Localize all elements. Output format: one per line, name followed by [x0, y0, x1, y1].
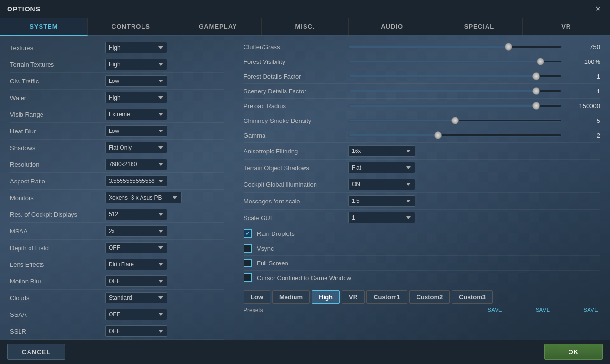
shadows-control: Flat Only — [105, 142, 224, 153]
cockpit-illumination-dropdown[interactable]: ON — [348, 179, 415, 190]
ssaa-dropdown[interactable]: OFF — [105, 309, 167, 320]
scenery-details-slider[interactable] — [348, 86, 562, 96]
tab-vr[interactable]: VR — [523, 18, 610, 35]
slider-clutter-grass: Clutter/Grass 750 — [244, 40, 600, 54]
setting-monitors: Monitors Xoxens_3 x Asus PB — [10, 190, 224, 206]
anisotropic-control: 16x — [348, 145, 600, 157]
ok-button[interactable]: OK — [544, 344, 603, 360]
scale-gui-label: Scale GUI — [244, 214, 348, 222]
preload-radius-label: Preload Radius — [244, 102, 348, 110]
visib-range-dropdown[interactable]: Extreme — [105, 109, 167, 120]
tab-gameplay[interactable]: GAMEPLAY — [174, 18, 262, 35]
fullscreen-checkbox[interactable] — [244, 259, 252, 267]
terrain-textures-control: High — [105, 59, 224, 70]
civ-traffic-dropdown[interactable]: Low — [105, 75, 167, 87]
tab-special[interactable]: SPECIAL — [436, 18, 523, 35]
setting-water: Water High — [10, 90, 224, 106]
rain-droplets-checkbox[interactable] — [244, 229, 252, 238]
terrain-textures-dropdown[interactable]: High — [105, 59, 167, 70]
setting-aspect-ratio: Aspect Ratio 3.5555555555556 — [10, 173, 224, 190]
tab-misc[interactable]: MISC. — [262, 18, 349, 35]
setting-msaa: MSAA 2x — [10, 223, 224, 240]
motion-blur-dropdown[interactable]: OFF — [105, 275, 167, 287]
cancel-button[interactable]: CANCEL — [7, 344, 65, 360]
preset-vr-button[interactable]: VR — [342, 290, 365, 304]
aspect-ratio-dropdown[interactable]: 3.5555555555556 — [105, 175, 167, 187]
msaa-dropdown[interactable]: 2x — [105, 225, 167, 237]
dp-cockpit-illumination: Cockpit Global Illumination ON — [244, 176, 600, 193]
save-custom1[interactable]: SAVE — [488, 307, 502, 313]
sslr-dropdown[interactable]: OFF — [105, 325, 167, 337]
bottom-bar: CANCEL OK — [0, 340, 610, 364]
forest-visibility-slider[interactable] — [348, 57, 562, 66]
dof-dropdown[interactable]: OFF — [105, 242, 167, 253]
chimney-smoke-slider[interactable] — [348, 116, 562, 125]
fullscreen-label: Full Screen — [257, 260, 288, 267]
water-label: Water — [10, 94, 105, 101]
slider-gamma: Gamma 2 — [244, 128, 600, 143]
terrain-obj-shadows-control: Flat — [348, 162, 600, 173]
preset-medium-button[interactable]: Medium — [272, 290, 310, 304]
preset-custom2-button[interactable]: Custom2 — [409, 290, 450, 304]
presets-buttons: Low Medium High VR Custom1 Custom2 Custo… — [244, 290, 600, 304]
anisotropic-dropdown[interactable]: 16x — [348, 145, 415, 157]
tab-controls[interactable]: CONTROLS — [88, 18, 175, 35]
setting-ssaa: SSAA OFF — [10, 306, 224, 323]
right-panel: Clutter/Grass 750 Forest Visibility — [234, 36, 610, 340]
messages-font-control: 1.5 — [348, 195, 600, 207]
clouds-dropdown[interactable]: Standard — [105, 292, 167, 303]
save-custom3[interactable]: SAVE — [583, 307, 598, 313]
close-button[interactable]: ✕ — [593, 4, 603, 14]
vsync-checkbox[interactable] — [244, 244, 252, 253]
setting-visib-range: Visib Range Extreme — [10, 106, 224, 123]
sslr-label: SSLR — [10, 328, 105, 335]
motion-blur-label: Motion Blur — [10, 278, 105, 285]
resolution-dropdown[interactable]: 7680x2160 — [105, 159, 167, 170]
setting-civ-traffic: Civ. Traffic Low — [10, 73, 224, 90]
heat-blur-label: Heat Blur — [10, 128, 105, 135]
cursor-confined-label: Cursor Confined to Game Window — [257, 274, 351, 282]
shadows-dropdown[interactable]: Flat Only — [105, 142, 167, 153]
clutter-grass-slider[interactable] — [348, 42, 562, 51]
gamma-value: 2 — [562, 132, 600, 139]
cb-fullscreen: Full Screen — [244, 256, 600, 271]
heat-blur-control: Low — [105, 125, 224, 137]
lens-effects-dropdown[interactable]: Dirt+Flare — [105, 259, 167, 270]
tab-system[interactable]: SYSTEM — [0, 18, 88, 36]
clouds-control: Standard — [105, 292, 224, 303]
gamma-label: Gamma — [244, 132, 348, 139]
setting-textures: Textures High — [10, 40, 224, 56]
heat-blur-dropdown[interactable]: Low — [105, 125, 167, 137]
messages-font-dropdown[interactable]: 1.5 — [348, 195, 415, 207]
preset-high-button[interactable]: High — [312, 290, 340, 304]
forest-details-slider[interactable] — [348, 71, 562, 81]
resolution-control: 7680x2160 — [105, 159, 224, 170]
gamma-slider[interactable] — [348, 131, 562, 140]
presets-label: Presets — [244, 307, 263, 313]
cockpit-illumination-control: ON — [348, 179, 600, 190]
msaa-control: 2x — [105, 225, 224, 237]
preset-custom3-button[interactable]: Custom3 — [452, 290, 493, 304]
preset-custom1-button[interactable]: Custom1 — [366, 290, 407, 304]
setting-motion-blur: Motion Blur OFF — [10, 273, 224, 290]
chimney-smoke-value: 5 — [562, 117, 600, 124]
dp-scale-gui: Scale GUI 1 — [244, 210, 600, 226]
water-dropdown[interactable]: High — [105, 92, 167, 103]
forest-details-label: Forest Details Factor — [244, 73, 348, 80]
terrain-obj-shadows-dropdown[interactable]: Flat — [348, 162, 415, 173]
scale-gui-dropdown[interactable]: 1 — [348, 212, 415, 223]
preset-low-button[interactable]: Low — [244, 290, 270, 304]
preload-radius-slider[interactable] — [348, 101, 562, 111]
civ-traffic-label: Civ. Traffic — [10, 78, 105, 85]
ssaa-label: SSAA — [10, 311, 105, 318]
aspect-ratio-control: 3.5555555555556 — [105, 175, 224, 187]
dof-control: OFF — [105, 242, 224, 253]
cb-rain-droplets: Rain Droplets — [244, 226, 600, 241]
cursor-confined-checkbox[interactable] — [244, 273, 252, 282]
monitors-dropdown[interactable]: Xoxens_3 x Asus PB — [105, 192, 182, 203]
textures-dropdown[interactable]: High — [105, 42, 167, 53]
tab-audio[interactable]: AUDIO — [349, 18, 436, 35]
cockpit-displays-label: Res. of Cockpit Displays — [10, 211, 105, 218]
save-custom2[interactable]: SAVE — [536, 307, 550, 313]
cockpit-displays-dropdown[interactable]: 512 — [105, 209, 167, 220]
